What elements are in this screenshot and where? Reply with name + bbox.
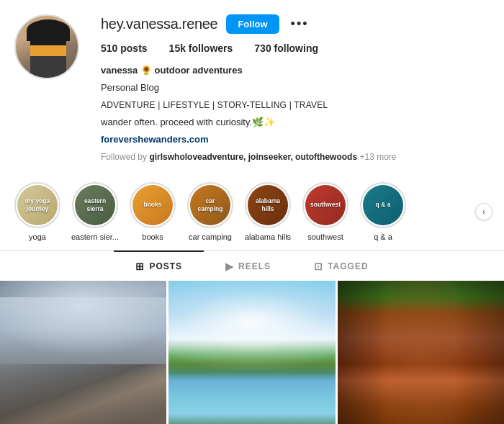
more-options-button[interactable]: ••• <box>288 17 312 32</box>
highlight-label-yoga: yoga <box>29 233 46 241</box>
highlight-text-southwest: southwest <box>310 201 341 209</box>
bio-type: Personal Blog <box>101 82 159 93</box>
highlight-label-eastern-sierra: eastern sier... <box>71 233 119 241</box>
avatar-container <box>14 14 79 79</box>
avatar <box>14 14 79 79</box>
highlight-label-southwest: southwest <box>307 233 343 241</box>
highlight-inner-books: books <box>132 185 173 225</box>
bio-tagline: wander often. proceed with curiosity.🌿✨ <box>101 117 275 127</box>
highlight-inner-qa: q & a <box>363 185 403 225</box>
bio-tags: ADVENTURE | LIFESTYLE | STORY-TELLING | … <box>101 100 328 110</box>
highlight-ring-eastern-sierra: eastern sierra <box>72 182 118 228</box>
highlight-item-car-camping[interactable]: car camping car camping <box>184 182 236 241</box>
highlight-ring-qa: q & a <box>360 182 406 228</box>
highlight-text-qa: q & a <box>376 201 391 209</box>
highlight-label-qa: q & a <box>374 233 392 241</box>
highlight-inner-eastern-sierra: eastern sierra <box>75 185 115 225</box>
highlight-text-yoga: my yoga journey <box>20 197 55 213</box>
tab-icon-posts: ⊞ <box>135 261 145 272</box>
tab-label-reels: REELS <box>238 261 271 271</box>
post-cell-2[interactable] <box>168 281 335 424</box>
highlights-next-button[interactable]: › <box>475 203 492 220</box>
followers-count: 15k <box>169 42 186 54</box>
highlight-label-books: books <box>142 233 163 241</box>
tab-label-tagged: TAGGED <box>328 261 368 271</box>
highlight-item-qa[interactable]: q & a q & a <box>357 182 409 241</box>
profile-top-row: hey.vanessa.renee Follow ••• <box>101 14 490 34</box>
posts-label: posts <box>120 42 147 54</box>
follow-button[interactable]: Follow <box>226 14 279 34</box>
bio-name: vanessa 🌻 outdoor adventures <box>101 65 243 76</box>
tab-icon-reels: ▶ <box>225 261 234 272</box>
tab-label-posts: POSTS <box>149 261 182 271</box>
tab-posts[interactable]: ⊞ POSTS <box>114 251 204 281</box>
highlight-inner-southwest: southwest <box>305 185 346 225</box>
following-stat[interactable]: 730 following <box>254 42 318 54</box>
followed-by: Followed by girlswholoveadventure, joins… <box>101 150 490 163</box>
highlight-ring-books: books <box>130 182 176 228</box>
highlight-label-car-camping: car camping <box>189 233 232 241</box>
profile-section: hey.vanessa.renee Follow ••• 510 posts 1… <box>0 0 504 171</box>
followers-stat[interactable]: 15k followers <box>169 42 233 54</box>
bio-link[interactable]: forevershewanders.com <box>101 134 209 145</box>
highlight-ring-alabama-hills: alabama hills <box>245 182 291 228</box>
highlight-item-alabama-hills[interactable]: alabama hills alabama hills <box>242 182 294 241</box>
tabs-section: ⊞ POSTS ▶ REELS ⊡ TAGGED <box>0 250 504 281</box>
tab-reels[interactable]: ▶ REELS <box>204 251 292 281</box>
highlight-text-alabama-hills: alabama hills <box>251 197 285 213</box>
followed-by-more: +13 more <box>359 152 396 162</box>
following-count: 730 <box>254 42 271 54</box>
bio-section: vanessa 🌻 outdoor adventures Personal Bl… <box>101 61 490 163</box>
highlight-item-yoga[interactable]: my yoga journey yoga <box>12 182 63 241</box>
highlight-label-alabama-hills: alabama hills <box>245 233 291 241</box>
highlight-text-books: books <box>143 201 161 209</box>
highlight-inner-car-camping: car camping <box>190 185 230 225</box>
following-label: following <box>274 42 318 54</box>
highlight-item-southwest[interactable]: southwest southwest <box>300 182 351 241</box>
posts-stat[interactable]: 510 posts <box>101 42 148 54</box>
posts-count: 510 <box>101 42 117 54</box>
tab-icon-tagged: ⊡ <box>314 261 323 272</box>
posts-grid <box>0 281 504 424</box>
highlights-wrapper: my yoga journey yoga eastern sierra east… <box>12 182 472 241</box>
stats-row: 510 posts 15k followers 730 following <box>101 42 490 54</box>
profile-info: hey.vanessa.renee Follow ••• 510 posts 1… <box>101 14 490 163</box>
followed-by-users[interactable]: girlswholoveadventure, joinseeker, outof… <box>149 152 357 162</box>
highlight-inner-yoga: my yoga journey <box>17 185 58 225</box>
highlights-section: my yoga journey yoga eastern sierra east… <box>0 171 504 247</box>
highlight-item-books[interactable]: books books <box>127 182 179 241</box>
highlight-text-car-camping: car camping <box>193 197 228 213</box>
highlight-item-eastern-sierra[interactable]: eastern sierra eastern sier... <box>69 182 121 241</box>
username: hey.vanessa.renee <box>101 16 217 32</box>
highlight-ring-southwest: southwest <box>302 182 348 228</box>
followed-by-text: Followed by <box>101 152 147 162</box>
tab-tagged[interactable]: ⊡ TAGGED <box>292 251 390 281</box>
post-cell-3[interactable] <box>338 281 504 424</box>
post-cell-1[interactable] <box>0 281 166 424</box>
highlight-ring-car-camping: car camping <box>187 182 233 228</box>
followers-label: followers <box>189 42 233 54</box>
highlight-text-eastern-sierra: eastern sierra <box>78 197 112 213</box>
highlight-inner-alabama-hills: alabama hills <box>248 185 288 225</box>
highlight-ring-yoga: my yoga journey <box>14 182 60 228</box>
avatar-image <box>16 16 78 78</box>
